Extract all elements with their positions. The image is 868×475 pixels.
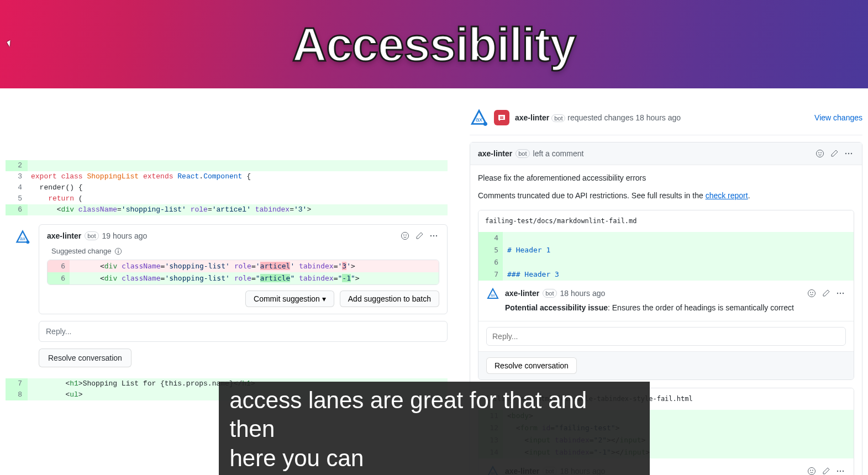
svg-point-33	[840, 471, 841, 472]
thread-reply-input[interactable]	[486, 327, 846, 346]
view-changes-link[interactable]: View changes	[814, 113, 862, 122]
svg-rect-14	[500, 118, 503, 119]
pencil-icon[interactable]	[829, 148, 840, 159]
bot-badge: bot	[515, 149, 529, 158]
issue-text: Potential accessibility issue: Ensures t…	[505, 302, 846, 314]
thread-actions: Resolve conversation	[478, 351, 854, 379]
review-time: 19 hours ago	[102, 231, 148, 240]
svg-point-3	[403, 235, 404, 236]
axe-avatar-icon: ax	[470, 108, 488, 127]
svg-point-34	[843, 471, 844, 472]
svg-point-5	[430, 235, 432, 236]
diff-ln: 6	[48, 260, 70, 272]
svg-point-26	[840, 293, 841, 294]
svg-point-9	[118, 249, 119, 250]
thread-reply-row	[478, 321, 854, 351]
changes-requested-header: ax axe-linter bot requested changes 18 h…	[470, 108, 862, 135]
svg-point-27	[843, 293, 844, 294]
svg-point-29	[808, 468, 816, 475]
check-report-link[interactable]: check report	[706, 191, 748, 200]
info-icon	[114, 247, 122, 255]
svg-point-24	[812, 292, 813, 293]
comment-action: left a comment	[533, 149, 584, 158]
svg-point-32	[837, 471, 838, 472]
diff-hunk: 4 5# Header 16 7### Header 3	[478, 232, 854, 281]
svg-rect-13	[500, 117, 503, 118]
subtitle-caption: access lanes are great for that and then…	[219, 382, 650, 476]
suggestion-diff: 6 <div className='shopping-list' role='a…	[47, 260, 439, 285]
add-to-batch-button[interactable]: Add suggestion to batch	[340, 291, 439, 307]
svg-point-6	[433, 235, 434, 236]
svg-point-1	[26, 240, 29, 244]
emoji-icon[interactable]	[806, 466, 817, 475]
kebab-icon[interactable]	[843, 148, 854, 159]
svg-point-7	[436, 235, 437, 236]
diff-added-line: <div className='shopping-list' role="art…	[70, 272, 439, 284]
pencil-icon[interactable]	[820, 288, 832, 299]
svg-point-19	[848, 153, 849, 154]
svg-rect-10	[118, 251, 119, 253]
svg-point-22	[808, 290, 816, 297]
cursor-icon	[7, 38, 16, 47]
axe-avatar-icon: ax	[15, 229, 30, 245]
emoji-icon[interactable]	[806, 288, 817, 299]
hero-banner: Accessibility	[0, 0, 868, 88]
file-thread-markdown: failing-test/docs/markdownlint-fail.md 4…	[478, 210, 854, 380]
comment-header: axe-linter bot left a comment	[470, 142, 862, 165]
suggestion-actions: Commit suggestion ▾ Add suggestion to ba…	[39, 291, 447, 314]
svg-point-30	[810, 470, 811, 471]
author-name: axe-linter	[478, 149, 512, 158]
svg-point-12	[483, 122, 487, 126]
resolve-conversation-button[interactable]: Resolve conversation	[486, 357, 577, 374]
svg-point-2	[402, 233, 409, 240]
review-header: axe-linter bot 19 hours ago	[39, 225, 447, 247]
kebab-icon[interactable]	[835, 288, 846, 299]
pencil-icon[interactable]	[414, 230, 425, 241]
svg-point-25	[837, 293, 838, 294]
suggested-change-label: Suggested change	[39, 247, 447, 260]
emoji-icon[interactable]	[399, 230, 411, 241]
thread-time: 18 hours ago	[560, 287, 606, 299]
file-path: failing-test/docs/markdownlint-fail.md	[478, 210, 854, 232]
svg-point-23	[810, 292, 811, 293]
svg-point-18	[845, 153, 846, 154]
diff-ln: 6	[48, 272, 70, 284]
reply-input[interactable]: Reply...	[39, 321, 448, 342]
kebab-icon[interactable]	[835, 466, 846, 475]
axe-avatar-icon: ax	[486, 287, 499, 300]
svg-text:ax: ax	[20, 236, 25, 241]
commit-suggestion-button[interactable]: Commit suggestion ▾	[245, 291, 334, 307]
svg-point-15	[817, 150, 824, 157]
svg-point-16	[818, 152, 819, 154]
svg-point-4	[406, 235, 407, 236]
author-name: axe-linter	[47, 231, 81, 240]
pencil-icon[interactable]	[820, 466, 832, 475]
thread-comment: ax axe-linter bot 18 hours ago	[478, 281, 854, 321]
svg-point-17	[820, 152, 822, 154]
diff-deleted-line: <div className='shopping-list' role='art…	[70, 260, 439, 272]
author-name: axe-linter	[505, 287, 539, 299]
svg-text:ax: ax	[476, 116, 482, 123]
review-card: ax axe-linter bot 19 hours ago Suggested…	[39, 224, 448, 314]
review-status-text: axe-linter bot requested changes 18 hour…	[515, 113, 809, 122]
changes-requested-icon	[494, 110, 509, 125]
resolve-conversation-button[interactable]: Resolve conversation	[39, 349, 131, 367]
svg-point-20	[851, 153, 852, 154]
kebab-icon[interactable]	[428, 230, 439, 241]
code-block-top: 23export class ShoppingList extends Reac…	[6, 160, 448, 215]
svg-point-31	[812, 470, 813, 471]
svg-text:ax: ax	[491, 293, 495, 297]
bot-badge: bot	[543, 289, 556, 298]
bot-badge: bot	[85, 231, 98, 240]
hero-title: Accessibility	[292, 17, 576, 72]
emoji-icon[interactable]	[814, 148, 825, 159]
